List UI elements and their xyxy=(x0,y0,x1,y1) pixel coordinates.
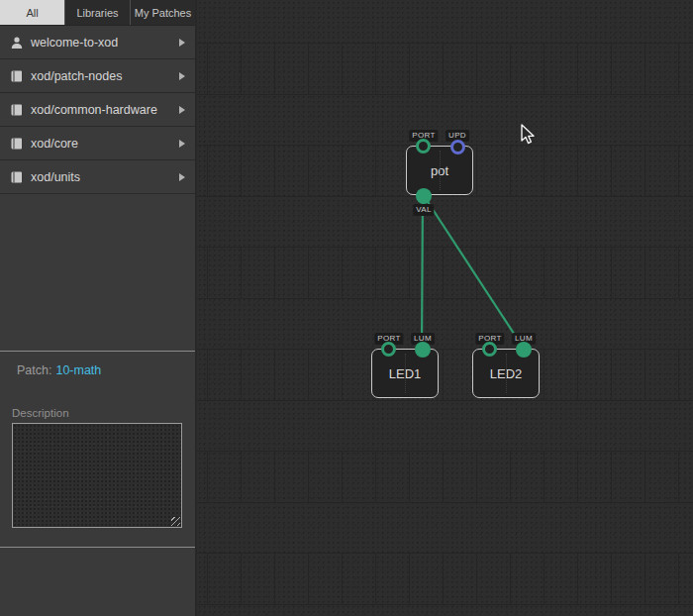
sidebar-item-label: xod/common-hardware xyxy=(31,103,157,117)
description-label: Description xyxy=(12,407,69,419)
sidebar-item-welcome-to-xod[interactable]: welcome-to-xod xyxy=(0,26,195,59)
port-led2-lum[interactable] xyxy=(516,342,532,358)
sidebar-item-label: welcome-to-xod xyxy=(31,36,118,50)
xod-ide-window: All Libraries My Patches welcome-to-xod … xyxy=(0,0,693,616)
sidebar-item-xod-units[interactable]: xod/units xyxy=(0,160,195,194)
port-led1-port[interactable] xyxy=(381,342,396,357)
port-pot-port[interactable] xyxy=(416,139,431,154)
tab-my-patches[interactable]: My Patches xyxy=(131,0,195,25)
port-led2-port[interactable] xyxy=(482,342,497,357)
mouse-cursor-icon xyxy=(520,124,535,146)
resize-handle-icon[interactable] xyxy=(171,517,180,526)
slot-divider xyxy=(440,151,441,190)
sidebar-item-xod-core[interactable]: xod/core xyxy=(0,127,195,160)
tab-libraries[interactable]: Libraries xyxy=(65,0,131,25)
description-textarea[interactable] xyxy=(12,423,182,528)
link-pot-val-to-led1-lum[interactable] xyxy=(422,194,423,349)
patch-name-link[interactable]: 10-math xyxy=(55,363,101,377)
user-icon xyxy=(10,36,24,50)
tab-all[interactable]: All xyxy=(0,0,65,25)
sidebar-item-label: xod/units xyxy=(31,170,80,184)
sidebar-item-label: xod/core xyxy=(31,137,78,151)
port-label: VAL xyxy=(413,204,434,216)
patch-label: Patch: xyxy=(17,363,51,377)
slot-divider xyxy=(405,354,406,393)
link-pot-val-to-led2-lum[interactable] xyxy=(423,194,524,349)
patch-editor-canvas[interactable]: pot PORT UPD VAL LED1 PORT LUM LED2 PORT… xyxy=(197,0,693,616)
slot-divider xyxy=(506,354,507,393)
sidebar-item-xod-common-hardware[interactable]: xod/common-hardware xyxy=(0,93,195,127)
node-led2[interactable]: LED2 PORT LUM xyxy=(472,349,540,398)
section-divider xyxy=(0,351,195,352)
sidebar-item-label: xod/patch-nodes xyxy=(31,69,122,83)
book-icon xyxy=(10,137,24,151)
port-led1-lum[interactable] xyxy=(415,342,431,358)
chevron-right-icon xyxy=(179,140,185,148)
chevron-right-icon xyxy=(179,72,185,80)
section-divider xyxy=(0,547,195,548)
node-pot[interactable]: pot PORT UPD VAL xyxy=(406,146,473,195)
port-pot-val[interactable] xyxy=(416,188,432,204)
chevron-right-icon xyxy=(179,106,185,114)
current-patch-row: Patch:10-math xyxy=(17,363,101,377)
book-icon xyxy=(10,103,24,117)
port-pot-upd[interactable] xyxy=(450,140,465,154)
book-icon xyxy=(10,170,24,184)
chevron-right-icon xyxy=(179,39,185,47)
chevron-right-icon xyxy=(179,173,185,181)
browser-list: welcome-to-xod xod/patch-nodes xod/commo… xyxy=(0,26,195,194)
links-layer xyxy=(197,0,693,616)
browser-tabs: All Libraries My Patches xyxy=(0,0,195,26)
node-led1[interactable]: LED1 PORT LUM xyxy=(371,349,439,398)
sidebar-item-xod-patch-nodes[interactable]: xod/patch-nodes xyxy=(0,59,195,93)
project-browser-sidebar: All Libraries My Patches welcome-to-xod … xyxy=(0,0,197,616)
book-icon xyxy=(10,69,24,83)
